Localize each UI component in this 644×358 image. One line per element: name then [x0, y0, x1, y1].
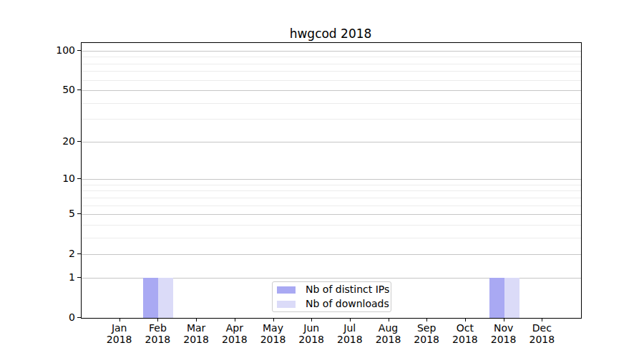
y-gridline-minor — [82, 103, 581, 104]
x-tick-mark — [504, 318, 504, 321]
x-tick-mark — [273, 318, 274, 321]
x-tick-label: Dec2018 — [518, 322, 565, 345]
y-gridline-minor — [82, 80, 581, 81]
y-tick-mark — [77, 178, 81, 179]
y-gridline-minor — [82, 198, 581, 198]
x-tick-year: 2018 — [518, 334, 565, 345]
y-tick-mark — [77, 213, 81, 214]
y-tick-label: 10 — [18, 173, 75, 184]
x-tick-mark — [542, 318, 542, 321]
y-tick-mark — [77, 90, 81, 90]
y-tick-label: 50 — [18, 84, 75, 95]
y-gridline-minor — [82, 71, 581, 72]
y-tick-mark — [77, 50, 81, 51]
bar-nb-of-downloads-feb — [158, 278, 173, 318]
bar-nb-of-distinct-ips-nov — [489, 278, 504, 318]
x-tick-mark — [426, 318, 427, 321]
y-tick-label: 100 — [18, 44, 75, 56]
x-tick-mark — [350, 318, 351, 321]
y-gridline-minor — [82, 205, 581, 206]
y-tick-mark — [77, 253, 81, 254]
y-gridline-major — [82, 254, 581, 255]
y-gridline-minor — [82, 190, 581, 191]
plot-area: Nb of distinct IPs Nb of downloads — [81, 42, 582, 319]
x-tick-mark — [389, 318, 389, 321]
y-tick-mark — [77, 141, 81, 142]
y-gridline-minor — [82, 238, 581, 238]
y-gridline-major — [82, 214, 581, 215]
x-tick-mark — [157, 318, 158, 321]
chart-figure: hwgcod 2018 Nb of distinct IPs Nb of dow… — [0, 0, 644, 358]
y-tick-mark — [77, 317, 81, 318]
x-tick-mark — [465, 318, 466, 321]
x-tick-mark — [119, 318, 120, 321]
y-gridline-major — [82, 142, 581, 142]
y-gridline-minor — [82, 225, 581, 226]
legend-item: Nb of downloads — [277, 298, 385, 310]
x-tick-mark — [196, 318, 197, 321]
bar-nb-of-downloads-nov — [504, 278, 519, 318]
y-gridline-minor — [82, 64, 581, 64]
legend-swatch-distinct-ips — [277, 286, 296, 294]
y-tick-label: 20 — [18, 135, 75, 147]
chart-title: hwgcod 2018 — [81, 26, 580, 42]
y-gridline-major — [82, 90, 581, 91]
legend-label: Nb of downloads — [306, 298, 389, 310]
y-tick-label: 2 — [18, 248, 75, 259]
y-gridline-minor — [82, 57, 581, 57]
legend-label: Nb of distinct IPs — [306, 284, 389, 296]
x-tick-mark — [311, 318, 312, 321]
y-gridline-minor — [82, 185, 581, 185]
y-gridline-major — [82, 179, 581, 180]
x-tick-mark — [235, 318, 235, 321]
y-tick-label: 5 — [18, 208, 75, 219]
y-tick-mark — [77, 277, 81, 278]
y-gridline-minor — [82, 119, 581, 120]
y-tick-label: 1 — [18, 271, 75, 283]
y-tick-label: 0 — [18, 311, 75, 323]
bar-nb-of-distinct-ips-feb — [143, 278, 158, 318]
y-gridline-major — [82, 51, 581, 52]
legend-swatch-downloads — [277, 301, 296, 308]
legend-item: Nb of distinct IPs — [277, 284, 385, 296]
x-tick-month: Dec — [518, 322, 565, 334]
legend: Nb of distinct IPs Nb of downloads — [272, 281, 391, 312]
